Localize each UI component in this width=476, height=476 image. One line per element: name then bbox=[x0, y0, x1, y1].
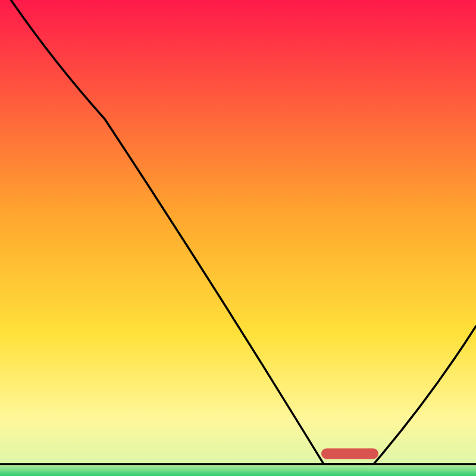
bottleneck-chart bbox=[0, 0, 476, 476]
chart-background-gradient bbox=[0, 0, 476, 476]
optimal-range-marker bbox=[321, 448, 378, 459]
chart-container: TheBottleneck.com bbox=[0, 0, 476, 476]
